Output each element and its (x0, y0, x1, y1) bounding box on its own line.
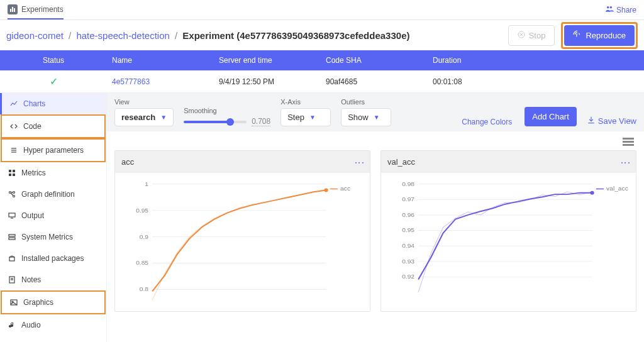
sidebar-item-charts[interactable]: Charts (0, 93, 106, 114)
svg-rect-1 (12, 7, 13, 12)
check-icon: ✓ (50, 76, 58, 87)
svg-rect-35 (623, 144, 634, 146)
xaxis-select[interactable]: Step ▼ (280, 108, 331, 126)
highlight-graphics: Graphics (1, 290, 106, 314)
status-cell: ✓ (0, 75, 107, 87)
sidebar-item-metrics[interactable]: Metrics (0, 162, 106, 184)
chevron-down-icon: ▼ (160, 114, 167, 121)
col-sha: Code SHA (321, 56, 428, 65)
sidebar-label: Notes (21, 275, 41, 284)
svg-text:0.9: 0.9 (140, 233, 149, 240)
sidebar-item-installed-packages[interactable]: Installed packages (0, 248, 106, 269)
svg-text:0.97: 0.97 (402, 196, 414, 202)
svg-rect-2 (14, 8, 15, 12)
svg-text:0.8: 0.8 (140, 286, 149, 293)
svg-rect-12 (13, 170, 15, 172)
svg-rect-24 (9, 257, 14, 261)
reproduce-button[interactable]: Reproduce (564, 25, 635, 46)
breadcrumb-sep: / (175, 30, 177, 41)
chevron-down-icon: ▼ (309, 114, 316, 121)
sidebar-item-system-metrics[interactable]: System Metrics (0, 226, 106, 248)
highlight-reproduce: Reproduce (561, 22, 638, 49)
svg-text:0.92: 0.92 (402, 273, 414, 280)
view-value: research (121, 113, 155, 122)
share-button[interactable]: Share (605, 4, 636, 15)
chevron-down-icon: ▼ (374, 114, 380, 121)
svg-point-63 (591, 191, 594, 195)
chart-title: acc (121, 157, 134, 167)
smoothing-label: Smoothing (184, 107, 270, 114)
breadcrumb-user[interactable]: gideon-comet (6, 30, 64, 41)
chart-card-acc: acc ⋮ 0.80.850.90.951acc (114, 150, 370, 312)
highlight-code: Code (1, 114, 106, 138)
sidebar-label: Charts (23, 99, 45, 108)
sidebar-label: Audio (21, 321, 41, 329)
breadcrumb-row: gideon-comet / hate-speech-detection / E… (0, 20, 644, 50)
action-buttons: Stop Reproduce (508, 22, 638, 49)
sha-cell: 90af4685 (321, 77, 428, 86)
xaxis-label: X-Axis (280, 98, 331, 106)
svg-text:0.95: 0.95 (402, 227, 414, 234)
sidebar-label: System Metrics (21, 233, 73, 241)
svg-rect-22 (9, 234, 15, 236)
svg-line-18 (11, 193, 13, 196)
image-icon (9, 298, 18, 307)
layout-toggle[interactable] (114, 136, 636, 150)
more-icon[interactable]: ⋮ (353, 158, 365, 167)
time-cell: 9/4/19 12:50 PM (214, 77, 321, 86)
reproduce-label: Reproduce (586, 31, 626, 40)
smoothing-value[interactable]: 0.708 (252, 117, 270, 126)
sidebar-item-notes[interactable]: Notes (0, 269, 106, 290)
change-colors-link[interactable]: Change Colors (459, 118, 514, 126)
col-status: Status (0, 56, 107, 65)
charts-area: acc ⋮ 0.80.850.90.951acc val_acc ⋮ 0.920… (107, 131, 644, 342)
svg-rect-11 (9, 170, 11, 172)
stop-icon (518, 31, 525, 40)
fingerprint-icon (573, 30, 582, 41)
col-name: Name (107, 56, 214, 65)
svg-text:acc: acc (340, 185, 350, 192)
svg-rect-13 (9, 174, 11, 176)
tab-experiments[interactable]: Experiments (8, 4, 64, 19)
more-icon[interactable]: ⋮ (619, 158, 631, 167)
sidebar-item-audio[interactable]: Audio (0, 314, 106, 336)
xaxis-value: Step (287, 113, 304, 122)
sidebar-label: Output (21, 211, 44, 220)
outliers-select[interactable]: Show ▼ (341, 108, 391, 126)
sidebar-item-code[interactable]: Code (2, 116, 104, 137)
sidebar-label: Code (23, 122, 42, 131)
table-row: ✓ 4e5777863 9/4/19 12:50 PM 90af4685 00:… (0, 70, 644, 93)
monitor-icon (8, 211, 16, 220)
save-view-button[interactable]: Save View (587, 116, 636, 126)
chart-body-val-acc[interactable]: 0.920.930.940.950.960.970.98val_acc (381, 173, 636, 311)
note-icon (8, 275, 16, 284)
highlight-hyper: Hyper parameters (1, 138, 106, 162)
chart-body-acc[interactable]: 0.80.850.90.951acc (115, 173, 370, 311)
sidebar-item-hyper-parameters[interactable]: Hyper parameters (2, 140, 104, 161)
download-icon (587, 116, 596, 126)
svg-text:0.93: 0.93 (402, 258, 414, 265)
svg-rect-23 (9, 238, 15, 240)
svg-point-4 (610, 6, 613, 8)
main-panel: View research ▼ Smoothing 0.708 X-Axis S… (107, 93, 644, 342)
sidebar-item-graph-definition[interactable]: Graph definition (0, 184, 106, 205)
sidebar-item-output[interactable]: Output (0, 205, 106, 226)
svg-rect-20 (9, 213, 15, 217)
name-cell[interactable]: 4e5777863 (107, 77, 214, 86)
stop-button[interactable]: Stop (508, 25, 555, 46)
svg-rect-33 (623, 138, 634, 140)
tab-label: Experiments (21, 5, 64, 14)
smoothing-slider[interactable] (184, 121, 247, 123)
server-icon (8, 233, 16, 241)
graph-icon (8, 190, 16, 199)
add-chart-button[interactable]: Add Chart (525, 107, 577, 126)
sidebar-item-graphics[interactable]: Graphics (2, 292, 104, 313)
breadcrumb-sep: / (69, 30, 71, 41)
grid-icon (8, 168, 16, 177)
view-select[interactable]: research ▼ (114, 108, 174, 126)
svg-text:0.94: 0.94 (402, 242, 414, 249)
breadcrumb-project[interactable]: hate-speech-detection (76, 30, 169, 41)
dur-cell: 00:01:08 (428, 77, 535, 86)
breadcrumb-experiment: Experiment (4e577786395049368973cefeddea… (182, 30, 409, 41)
breadcrumb: gideon-comet / hate-speech-detection / E… (6, 30, 409, 41)
